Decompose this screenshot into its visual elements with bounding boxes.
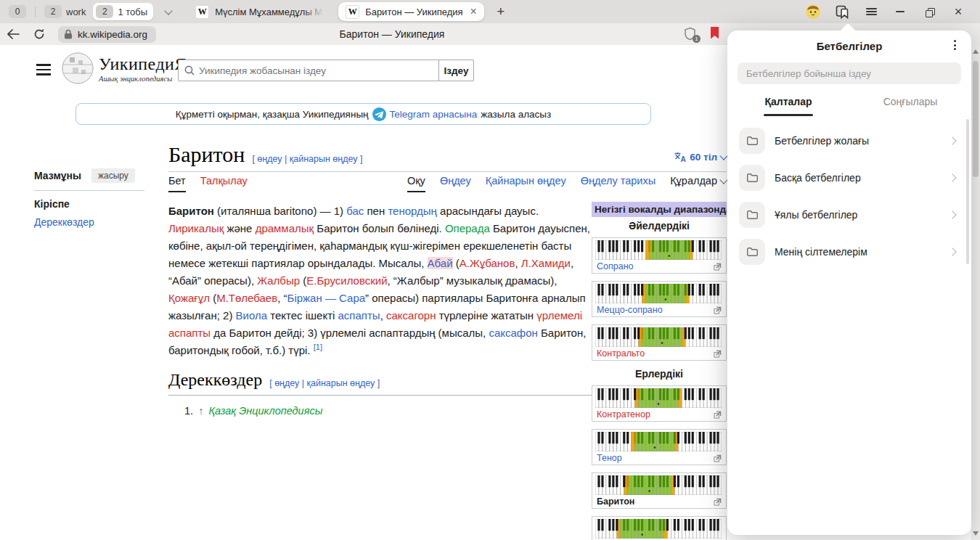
wiki-link[interactable]: Е.Брусиловский (306, 274, 387, 287)
page-scrollbar[interactable] (971, 45, 980, 540)
back-button[interactable] (0, 25, 26, 44)
article-tab-өңдеу[interactable]: Өңдеу (440, 175, 471, 191)
enlarge-button[interactable] (714, 350, 722, 358)
wiki-link[interactable]: М.Төлебаев (216, 292, 277, 304)
reference-source-link[interactable]: Қазақ Энциклопедиясы (208, 405, 322, 417)
voice-label-тенор[interactable]: Тенор (597, 453, 622, 463)
voice-label-сопрано[interactable]: Сопрано (597, 261, 634, 271)
wiki-link[interactable]: драммалық (256, 222, 314, 234)
voice-label-контратенор[interactable]: Контратенор (597, 409, 650, 420)
scrollbar-thumb[interactable] (973, 61, 979, 177)
folder-icon (746, 136, 759, 146)
wiki-search-button[interactable]: Іздеу (438, 60, 474, 81)
scroll-down-arrow[interactable] (973, 531, 979, 536)
piano-keyboard-image[interactable] (592, 430, 726, 451)
browser-tab-active[interactable]: W Баритон — Уикипедия × (338, 2, 484, 21)
wiki-link[interactable]: Абай (428, 257, 453, 269)
browser-menu-icon[interactable] (857, 1, 886, 22)
enlarge-button[interactable] (714, 498, 722, 506)
enlarge-button[interactable] (714, 454, 722, 462)
folder-list: Бетбелгілер жолағыБасқа бетбелгілерҰялы … (727, 122, 971, 270)
voice-label-контральто[interactable]: Контральто (597, 348, 645, 359)
wiki-link[interactable]: бас (346, 205, 364, 217)
bookmark-folder-item[interactable]: Ұялы бетбелгілер (727, 196, 971, 233)
wiki-link[interactable]: А.Жұбанов (460, 257, 515, 269)
article-tab-қайнарын-өңдеу[interactable]: Қайнарын өңдеу (486, 175, 566, 191)
reference-superscript[interactable]: [1] (314, 343, 322, 351)
article-tab-құралдар[interactable]: Құралдар (670, 175, 727, 191)
chevron-down-icon (164, 7, 172, 15)
toc-item-references[interactable]: Дереккөздер (34, 216, 150, 228)
enlarge-button[interactable] (714, 306, 722, 314)
article-tab-талқылау[interactable]: Талқылау (200, 175, 248, 191)
tab-group[interactable]: 0 (6, 3, 29, 20)
profile-avatar[interactable] (799, 1, 828, 22)
panel-scrollbar-thumb[interactable] (966, 119, 969, 264)
bookmark-folder-item[interactable]: Бетбелгілер жолағы (727, 122, 971, 159)
toc-item-intro[interactable]: Кіріспе (34, 198, 150, 210)
wikipedia-logo[interactable] (61, 52, 94, 88)
wiki-link[interactable]: Операда (445, 222, 490, 234)
folder-label: Ұялы бетбелгілер (775, 209, 950, 221)
references-edit-links[interactable]: [ өңдеу | қайнарын өңдеу ] (269, 378, 380, 388)
panel-tab-recent[interactable]: Соңғылары (849, 87, 971, 116)
toc-hide-button[interactable]: жасыру (91, 168, 135, 183)
voice-label-баритон: Баритон (597, 496, 634, 507)
bookmark-flag-icon[interactable] (710, 27, 719, 42)
minimize-button[interactable] (886, 1, 915, 22)
piano-keyboard-image[interactable] (592, 325, 726, 347)
piano-keyboard-image[interactable] (592, 238, 726, 260)
piano-keyboard-image[interactable] (592, 473, 726, 495)
wiki-link[interactable]: аспапты (338, 309, 380, 322)
tab-groups-expand-button[interactable] (159, 4, 178, 20)
piano-keyboard-image[interactable] (592, 386, 726, 408)
telegram-channel-link[interactable]: Telegram арнасына (390, 109, 478, 120)
bookmark-folder-item[interactable]: Менің сілтемелерім (727, 233, 971, 270)
tab-group[interactable]: 2work (41, 3, 89, 20)
wiki-link[interactable]: тенордың (388, 205, 437, 217)
tab-group[interactable]: 21 тобы (93, 3, 153, 20)
article-tab-оқу[interactable]: Оқу (407, 175, 425, 192)
bookmarks-search-input[interactable] (738, 68, 961, 79)
title-edit-links[interactable]: [ өңдеу | қайнарын өңдеу ] (252, 154, 362, 164)
enlarge-button[interactable] (714, 263, 722, 271)
voice-label-меццо-сопрано[interactable]: Меццо-сопрано (597, 305, 663, 315)
text-run: және (224, 222, 255, 234)
new-tab-button[interactable]: + (491, 2, 510, 21)
wiki-link[interactable]: саксафон (489, 327, 537, 339)
wiki-menu-icon[interactable] (36, 64, 51, 78)
folder-icon-tile (739, 165, 765, 191)
wiki-search-input[interactable] (195, 65, 438, 77)
browser-window: 02work21 тобы W Мүслім Мұхаммедұлы Ма W … (0, 0, 980, 540)
reload-button[interactable] (26, 25, 52, 44)
wikipedia-wordmark[interactable]: УикипедиЯ Ашық энциклопедиясы (99, 54, 187, 83)
language-selector[interactable]: A 60 тіл (674, 152, 727, 163)
wiki-link[interactable]: Қожағұл (168, 292, 210, 304)
bookmark-folder-item[interactable]: Басқа бетбелгілер (727, 159, 971, 196)
protect-shield-icon[interactable]: 1 (684, 27, 698, 41)
tabbar-actions: × (799, 1, 980, 22)
tab-close-icon[interactable]: × (470, 6, 477, 17)
wiki-link[interactable]: Виола (236, 309, 268, 322)
panel-menu-icon[interactable] (950, 40, 960, 52)
wiki-link[interactable]: Л.Хамиди (521, 257, 571, 269)
close-window-button[interactable]: × (944, 1, 973, 22)
wiki-link[interactable]: Біржан — Сара (287, 292, 366, 304)
wiki-link[interactable]: саксагорн (386, 309, 436, 322)
piano-keyboard-image[interactable] (592, 282, 726, 303)
wiki-link[interactable]: Жалбыр (257, 274, 300, 287)
browser-tab-inactive[interactable]: W Мүслім Мұхаммедұлы Ма (188, 2, 331, 21)
bookmarks-sidepanel-icon[interactable] (828, 1, 857, 22)
wiki-link[interactable]: Лирикалық (168, 222, 224, 234)
scroll-up-arrow[interactable] (973, 49, 979, 54)
reference-backlink[interactable]: ↑ (198, 405, 203, 417)
infobox-header: Негізгі вокалды диапазондар (592, 202, 727, 217)
article-tab-бет[interactable]: Бет (168, 175, 186, 192)
panel-tab-folders[interactable]: Қалталар (727, 87, 849, 116)
article-tab-өңделу-тарихы[interactable]: Өңделу тарихы (581, 175, 656, 191)
enlarge-button[interactable] (714, 411, 722, 419)
piano-keyboard-image[interactable] (592, 517, 726, 539)
folder-label: Бетбелгілер жолағы (775, 135, 950, 147)
restore-window-button[interactable] (915, 1, 944, 22)
url-chip[interactable]: kk.wikipedia.org (58, 26, 156, 43)
